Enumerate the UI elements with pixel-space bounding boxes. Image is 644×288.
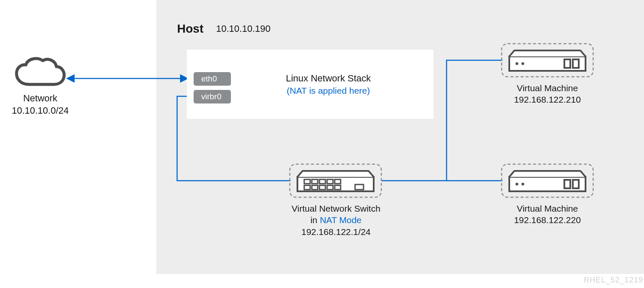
network-label: Network 10.10.10.0/24 [0,92,80,117]
svg-rect-10 [319,185,325,190]
svg-rect-5 [319,179,325,184]
svg-rect-8 [304,185,310,190]
vm2-label: Virtual Machine [517,204,578,213]
svg-point-20 [516,183,518,185]
host-ip: 10.10.10.190 [216,23,270,34]
vswitch-line2-prefix: in [311,215,320,225]
svg-point-21 [522,183,524,185]
vm2-icon [500,162,595,201]
host-title-row: Host 10.10.10.190 [177,22,270,36]
vm2-ip: 192.168.122.220 [514,215,581,225]
vm1-label: Virtual Machine [517,83,578,93]
virtual-switch-icon [288,162,383,201]
svg-point-15 [516,62,518,65]
svg-rect-13 [355,185,364,190]
svg-rect-6 [327,179,333,184]
svg-point-16 [522,62,524,65]
svg-rect-9 [312,185,318,190]
svg-rect-17 [564,59,570,68]
svg-rect-22 [564,180,570,188]
iface-eth0-label: eth0 [194,72,231,86]
network-name: Network [23,93,58,103]
stack-text: Linux Network Stack (NAT is applied here… [254,73,402,96]
cloud-icon [14,56,67,91]
vm1-ip: 192.168.122.210 [514,95,581,104]
vm1-text: Virtual Machine 192.168.122.210 [500,82,595,106]
svg-rect-18 [573,59,579,68]
virtual-switch-text: Virtual Network Switch in NAT Mode 192.1… [263,203,409,238]
iface-virbr0-label: virbr0 [194,90,231,103]
iface-eth0: eth0 [194,72,231,86]
network-cidr: 10.10.10.0/24 [12,105,69,116]
stack-subtitle: (NAT is applied here) [287,86,370,95]
host-title: Host [177,22,203,35]
vm2-text: Virtual Machine 192.168.122.220 [500,203,595,226]
svg-rect-23 [573,180,579,188]
vswitch-line2-mode: NAT Mode [320,215,361,225]
diagram-watermark: RHEL_52_1219 [584,276,643,285]
svg-rect-4 [312,179,318,184]
stack-title: Linux Network Stack [286,73,371,84]
svg-rect-3 [304,179,310,184]
svg-rect-7 [335,179,341,184]
svg-rect-11 [327,185,333,190]
vm1-icon [500,42,595,80]
vswitch-line1: Virtual Network Switch [291,204,380,213]
vswitch-cidr: 192.168.122.1/24 [301,227,371,237]
svg-rect-12 [335,185,341,190]
iface-virbr0: virbr0 [194,90,231,103]
